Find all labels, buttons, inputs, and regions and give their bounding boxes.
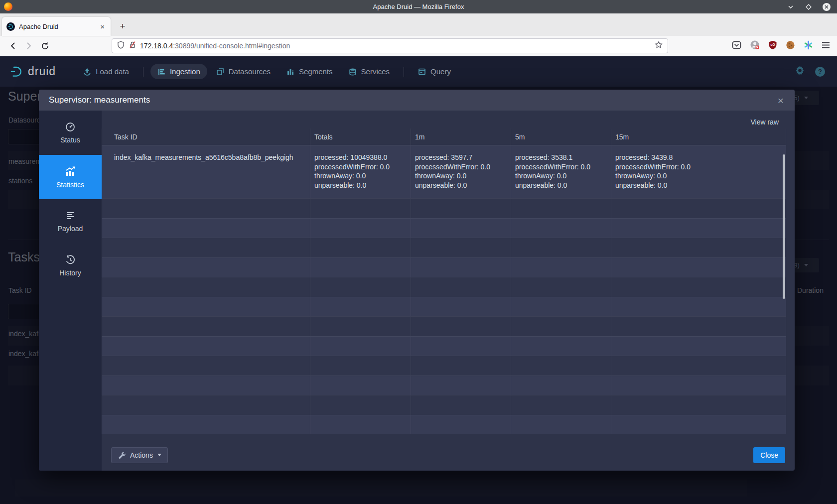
query-icon xyxy=(418,68,426,76)
menu-item-history[interactable]: History xyxy=(39,244,102,288)
menu-item-status[interactable]: Status xyxy=(39,111,102,155)
statistics-chart-icon xyxy=(64,165,76,177)
services-icon xyxy=(349,68,357,76)
table-empty-row xyxy=(102,257,786,277)
ublock-icon[interactable]: uO xyxy=(768,40,777,52)
segments-icon xyxy=(286,68,294,76)
nav-item-label: Query xyxy=(430,67,451,76)
stat-line: thrownAway: 0.0 xyxy=(314,171,407,181)
druid-wordmark: druid xyxy=(28,65,56,78)
history-clock-icon xyxy=(65,254,76,265)
payload-text-icon xyxy=(65,210,76,221)
dialog-header: Supervisor: measurements × xyxy=(39,90,795,111)
nav-item-segments[interactable]: Segments xyxy=(279,64,340,79)
window-title: Apache Druid — Mozilla Firefox xyxy=(0,3,837,10)
url-text: 172.18.0.4:30899/unified-console.html#in… xyxy=(140,42,655,50)
statistics-table: Task ID Totals 1m 5m 15m index_kafka_mea… xyxy=(102,111,795,439)
table-data-row[interactable]: index_kafka_measurements_a5616c5ba8afb8b… xyxy=(102,145,786,198)
cell-1m: processed: 3597.7 processedWithError: 0.… xyxy=(411,145,511,198)
table-header-row: Task ID Totals 1m 5m 15m xyxy=(102,128,786,145)
bookmark-star-icon[interactable] xyxy=(655,41,663,51)
table-empty-row xyxy=(102,356,786,376)
column-header-task-id[interactable]: Task ID xyxy=(102,128,310,145)
actions-button-label: Actions xyxy=(130,451,153,459)
stat-line: processedWithError: 0.0 xyxy=(314,162,407,172)
forward-button[interactable] xyxy=(21,38,37,53)
datasources-icon xyxy=(216,68,224,76)
table-empty-row xyxy=(102,218,786,238)
actions-button[interactable]: Actions xyxy=(111,447,168,463)
supervisor-dialog: Supervisor: measurements × Status Statis… xyxy=(39,90,795,471)
shield-icon[interactable] xyxy=(117,41,125,51)
cell-task-id: index_kafka_measurements_a5616c5ba8afb8b… xyxy=(102,145,310,198)
help-icon[interactable]: ? xyxy=(815,67,825,77)
table-empty-row xyxy=(102,395,786,415)
column-header-totals[interactable]: Totals xyxy=(310,128,411,145)
table-empty-row xyxy=(102,198,786,218)
dialog-title: Supervisor: measurements xyxy=(49,95,777,105)
nav-item-label: Services xyxy=(361,67,390,76)
stat-line: thrownAway: 0.0 xyxy=(615,171,782,181)
svg-text:uO: uO xyxy=(770,42,775,46)
dialog-footer: Actions Close xyxy=(102,439,795,471)
url-bar[interactable]: 172.18.0.4:30899/unified-console.html#in… xyxy=(112,38,668,53)
nav-item-query[interactable]: Query xyxy=(411,64,458,79)
asterisk-extension-icon[interactable] xyxy=(804,40,813,52)
nav-item-load-data[interactable]: Load data xyxy=(76,64,136,79)
window-maximize-icon[interactable] xyxy=(803,1,814,12)
table-empty-row xyxy=(102,376,786,395)
dialog-side-menu: Status Statistics Payload History xyxy=(39,111,102,471)
column-header-15m[interactable]: 15m xyxy=(611,128,786,145)
dialog-close-icon[interactable]: × xyxy=(777,95,785,106)
lock-insecure-icon[interactable] xyxy=(129,41,136,51)
stat-line: thrownAway: 0.0 xyxy=(515,171,607,181)
stat-line: processedWithError: 0.0 xyxy=(415,162,507,172)
table-empty-row xyxy=(102,297,786,317)
window-close-icon[interactable] xyxy=(821,1,832,12)
pocket-icon[interactable] xyxy=(732,40,741,52)
tab-close-icon[interactable]: × xyxy=(99,22,106,31)
window-minimize-icon[interactable] xyxy=(785,1,796,12)
stat-line: unparseable: 0.0 xyxy=(615,181,782,190)
nav-item-ingestion[interactable]: Ingestion xyxy=(150,64,207,79)
reload-button[interactable] xyxy=(37,38,53,53)
dialog-scrollbar[interactable] xyxy=(783,154,785,299)
url-path: :30899/unified-console.html#ingestion xyxy=(173,42,290,50)
close-button[interactable]: Close xyxy=(753,447,785,463)
cookie-extension-icon[interactable] xyxy=(786,40,795,52)
tab-bar: Apache Druid × + xyxy=(0,13,837,36)
menu-item-statistics[interactable]: Statistics xyxy=(39,155,102,199)
wrench-icon xyxy=(118,451,126,459)
window-titlebar: Apache Druid — Mozilla Firefox xyxy=(0,0,837,13)
stat-line: processed: 3538.1 xyxy=(515,153,607,162)
settings-gear-icon[interactable] xyxy=(795,65,805,78)
table-empty-row xyxy=(102,316,786,336)
table-empty-row xyxy=(102,415,786,435)
menu-item-label: Payload xyxy=(58,225,83,233)
nav-item-datasources[interactable]: Datasources xyxy=(209,64,278,79)
druid-navbar: druid Load data Ingestion Datasources Se… xyxy=(0,56,837,87)
stat-line: processed: 3597.7 xyxy=(415,153,507,162)
new-tab-button[interactable]: + xyxy=(115,18,131,34)
nav-item-label: Segments xyxy=(299,67,333,76)
druid-brand[interactable]: druid xyxy=(10,65,56,78)
column-header-5m[interactable]: 5m xyxy=(511,128,611,145)
stat-line: processed: 3439.8 xyxy=(615,153,782,162)
account-extension-icon[interactable] xyxy=(750,40,760,52)
column-header-1m[interactable]: 1m xyxy=(411,128,511,145)
load-data-icon xyxy=(83,68,91,76)
back-button[interactable] xyxy=(5,38,21,53)
hamburger-menu-icon[interactable] xyxy=(822,41,830,51)
stat-line: unparseable: 0.0 xyxy=(515,181,607,190)
stat-line: processedWithError: 0.0 xyxy=(615,162,782,172)
table-empty-row xyxy=(102,238,786,257)
menu-item-label: Status xyxy=(60,136,80,144)
nav-item-label: Ingestion xyxy=(170,67,200,76)
cell-15m: processed: 3439.8 processedWithError: 0.… xyxy=(611,145,786,198)
stat-line: processedWithError: 0.0 xyxy=(515,162,607,172)
tab-apache-druid[interactable]: Apache Druid × xyxy=(2,17,111,36)
nav-item-services[interactable]: Services xyxy=(342,64,397,79)
menu-item-payload[interactable]: Payload xyxy=(39,199,102,244)
ingestion-icon xyxy=(157,68,165,76)
menu-item-label: History xyxy=(59,269,81,277)
